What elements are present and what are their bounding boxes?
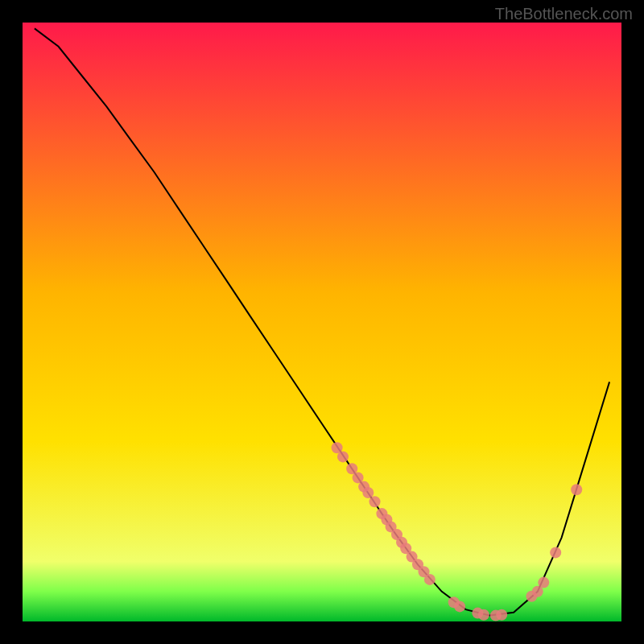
plot-area (23, 23, 621, 621)
data-point (362, 487, 374, 498)
gradient-background (23, 23, 621, 621)
data-point (369, 496, 381, 507)
data-point (424, 574, 436, 585)
data-point (337, 451, 349, 462)
data-point (496, 609, 507, 621)
chart-svg (23, 23, 621, 621)
data-point (454, 601, 465, 612)
watermark-text: TheBottleneck.com (495, 5, 633, 23)
data-point (478, 609, 489, 621)
data-point (571, 484, 582, 495)
data-point (538, 577, 549, 588)
data-point (550, 547, 561, 558)
chart-container: TheBottleneck.com (0, 0, 644, 644)
